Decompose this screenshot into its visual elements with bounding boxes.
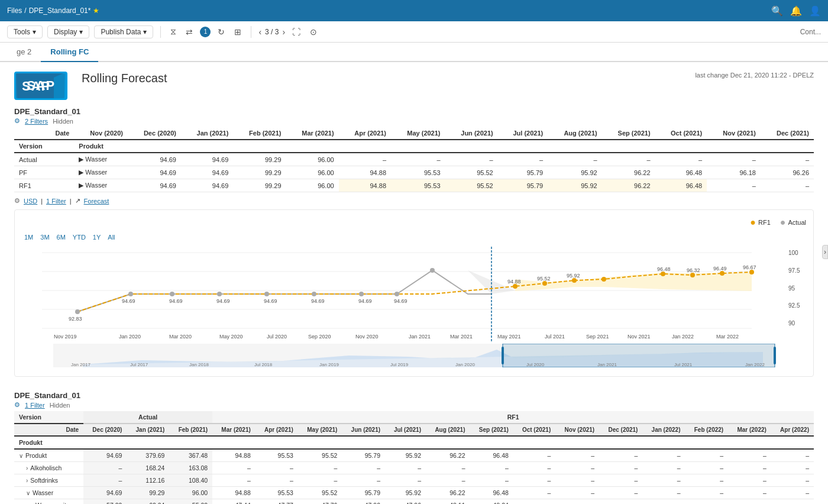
- svg-point-17: [359, 292, 364, 296]
- user-icon[interactable]: 👤: [809, 5, 821, 17]
- td-s-oct2021: –: [513, 474, 555, 487]
- expand-alkoholisch-icon[interactable]: ›: [26, 465, 28, 471]
- actual-may2021: –: [445, 153, 498, 166]
- bell-icon[interactable]: 🔔: [790, 5, 802, 17]
- main-content: SAP Rolling Forecast last change Dec 21,…: [0, 62, 828, 504]
- rf1-aug2021: 96.22: [602, 179, 655, 192]
- section1-filter-row: ⚙ 2 Filters Hidden: [14, 117, 814, 125]
- tab-rolling-fc[interactable]: Rolling FC: [41, 43, 98, 62]
- td-w-aug2021: 96.22: [426, 487, 470, 499]
- arrows-icon-btn[interactable]: ⇄: [183, 25, 195, 39]
- grid-icon-btn[interactable]: ⊞: [232, 25, 244, 39]
- pf-aug2021: 96.22: [602, 166, 655, 179]
- sep1: |: [41, 198, 43, 205]
- pf-mar2021: 94.88: [339, 166, 391, 179]
- time-6m[interactable]: 6M: [54, 232, 68, 242]
- right-panel-toggle[interactable]: ›: [822, 245, 828, 259]
- time-1m[interactable]: 1M: [22, 232, 35, 242]
- page-indicator: 3 / 3: [265, 28, 279, 36]
- tools-button[interactable]: Tools ▾: [7, 25, 43, 38]
- search-icon[interactable]: 🔍: [771, 5, 783, 17]
- page-next-btn[interactable]: ›: [282, 27, 285, 37]
- td-softdrinks: ›Softdrinks: [14, 474, 83, 487]
- th-jun2021: Jun (2021): [445, 127, 498, 140]
- td-w-jun2021: 95.79: [342, 487, 385, 499]
- td-p-mar2021: 94.88: [212, 449, 255, 462]
- svg-point-24: [661, 272, 665, 276]
- time-1y[interactable]: 1Y: [90, 232, 103, 242]
- time-all[interactable]: All: [105, 232, 117, 242]
- time-ytd[interactable]: YTD: [70, 232, 88, 242]
- section2-filter-icon: ⚙: [14, 401, 20, 409]
- page-nav: ‹ 3 / 3 ›: [258, 27, 285, 37]
- page-prev-btn[interactable]: ‹: [258, 27, 261, 37]
- display-button[interactable]: Display ▾: [47, 25, 89, 38]
- td-w-feb2021: 96.00: [169, 487, 212, 499]
- svg-text:96.67: 96.67: [743, 264, 756, 270]
- collapse-wasser-icon[interactable]: ∨: [26, 490, 30, 496]
- td-a-apr2022: –: [771, 462, 814, 474]
- forecast-link[interactable]: Forecast: [84, 198, 109, 205]
- td-a-feb2021: 163.08: [169, 462, 212, 474]
- mini-chart-container: Jan 2017 Jul 2017 Jan 2018 Jul 2018 Jan …: [22, 344, 806, 369]
- time-range-buttons: 1M 3M 6M YTD 1Y All: [22, 232, 806, 242]
- collapse-produkt-icon[interactable]: ∨: [19, 453, 23, 459]
- breadcrumb: Files / DPE_Standard_01* ★: [7, 7, 766, 15]
- td-w-jan2021: 99.29: [127, 487, 169, 499]
- svg-text:Sep 2020: Sep 2020: [308, 334, 331, 340]
- td-w-dec2020: 94.69: [83, 487, 127, 499]
- svg-point-26: [720, 271, 724, 276]
- time-3m[interactable]: 3M: [38, 232, 51, 242]
- section2-hidden-link[interactable]: Hidden: [50, 402, 70, 409]
- svg-point-19: [430, 268, 435, 273]
- svg-text:96.49: 96.49: [713, 266, 727, 272]
- svg-point-18: [394, 292, 399, 296]
- tab-page2[interactable]: ge 2: [7, 43, 41, 62]
- breadcrumb-star[interactable]: ★: [93, 7, 99, 15]
- th-mar2021: Mar (2021): [286, 127, 339, 140]
- td-s-nov2021: –: [555, 474, 599, 487]
- svg-text:Jan 2020: Jan 2020: [455, 362, 475, 367]
- td-wasser: ∨Wasser: [14, 487, 83, 499]
- version-actual: Actual: [14, 153, 74, 166]
- top-bar: Files / DPE_Standard_01* ★ 🔍 🔔 👤: [0, 0, 828, 21]
- table-row-wasser: ∨Wasser 94.69 99.29 96.00 94.88 95.53 95…: [14, 487, 814, 499]
- table-row-wasser-mit: Wasser mit 57.20 60.04 55.00 47.44 47.77…: [14, 499, 814, 505]
- table-row-rf1: RF1 ▶ Wasser 94.69 94.69 99.29 96.00 94.…: [14, 179, 814, 192]
- th-date: Date: [14, 127, 74, 140]
- breadcrumb-file[interactable]: DPE_Standard_01*: [29, 7, 91, 15]
- th-version: Version: [14, 140, 74, 153]
- th-nov2020: Nov (2020): [74, 127, 128, 140]
- svg-text:95.52: 95.52: [537, 276, 551, 282]
- svg-text:94.69: 94.69: [169, 298, 183, 304]
- fullscreen-icon-btn[interactable]: ⛶: [290, 25, 303, 39]
- breadcrumb-files[interactable]: Files: [7, 7, 22, 15]
- tools-label: Tools: [14, 28, 30, 36]
- refresh-icon-btn[interactable]: ↻: [215, 25, 227, 39]
- filter1-link[interactable]: 1 Filter: [46, 198, 66, 205]
- filter-link[interactable]: 2 Filters: [25, 118, 48, 125]
- svg-rect-62: [774, 347, 776, 364]
- pf-apr2021: 95.53: [391, 166, 445, 179]
- more-icon-btn[interactable]: ⊙: [308, 25, 319, 39]
- td-p-jan2022: –: [642, 449, 685, 462]
- section2-filter-link[interactable]: 1 Filter: [25, 402, 45, 409]
- sep2: |: [70, 198, 72, 205]
- filter-icon-btn[interactable]: ⧖: [168, 24, 179, 39]
- td-a-may2021: –: [298, 462, 342, 474]
- usd-link[interactable]: USD: [24, 198, 37, 205]
- hidden-link[interactable]: Hidden: [53, 118, 73, 125]
- expand-softdrinks-icon[interactable]: ›: [26, 477, 28, 484]
- svg-text:94.69: 94.69: [311, 298, 325, 304]
- svg-point-14: [217, 292, 222, 296]
- publish-button[interactable]: Publish Data ▾: [94, 25, 153, 38]
- toolbar: Tools ▾ Display ▾ Publish Data ▾ ⧖ ⇄ 1 ↻…: [0, 21, 828, 43]
- svg-text:Jan 2020: Jan 2020: [119, 334, 141, 340]
- svg-text:92.83: 92.83: [69, 316, 82, 322]
- td-p-jul2021: 95.92: [385, 449, 426, 462]
- actual-mar2021: –: [339, 153, 391, 166]
- td-wm-dec2021: –: [599, 499, 642, 505]
- td-wm-feb2021: 55.00: [169, 499, 212, 505]
- last-change: last change Dec 21, 2020 11:22 - DPELZ: [695, 72, 814, 79]
- th-nov2021: Nov (2021): [707, 127, 761, 140]
